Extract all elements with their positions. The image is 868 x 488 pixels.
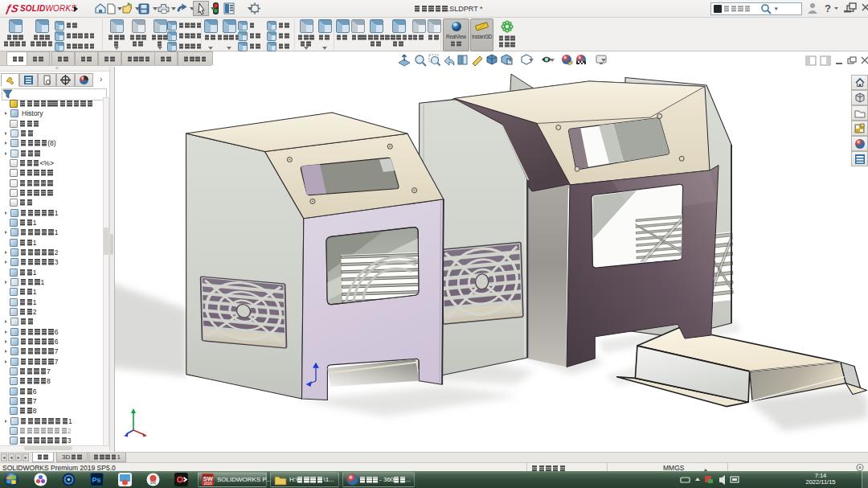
svg-text:2019: 2019 (204, 482, 213, 486)
svg-text:?: ? (825, 2, 831, 14)
